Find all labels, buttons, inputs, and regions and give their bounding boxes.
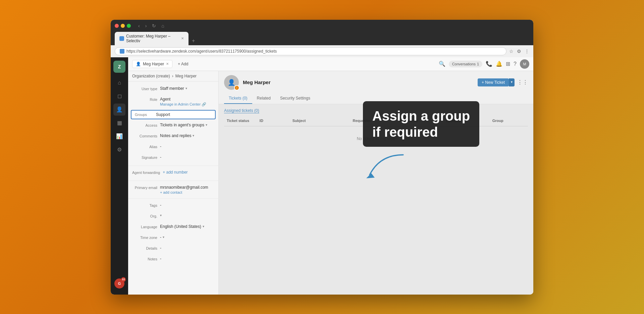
new-ticket-btn-group[interactable]: + New Ticket ▾	[478, 78, 515, 86]
user-tab-close-icon[interactable]: ✕	[166, 62, 169, 66]
nav-tickets-icon[interactable]: ◻	[113, 90, 125, 102]
tab-tickets[interactable]: Tickets (0)	[224, 93, 252, 104]
breadcrumb-user[interactable]: Meg Harper	[175, 74, 197, 78]
user-tab-icon: 👤	[136, 62, 141, 66]
comments-arrow-icon: ▾	[193, 134, 194, 137]
conversations-count: 1	[477, 62, 479, 66]
top-bar: 👤 Meg Harper ✕ + Add 🔍 Conversations 1 📞…	[128, 57, 533, 71]
groups-input[interactable]	[156, 112, 212, 117]
timezone-select[interactable]: - ▾	[160, 235, 164, 240]
new-ticket-dropdown-icon[interactable]: ▾	[509, 78, 515, 86]
tab-related[interactable]: Related	[252, 93, 275, 104]
timezone-row: Time zone - ▾	[128, 233, 218, 244]
user-type-value: Staff member	[160, 86, 184, 91]
breadcrumb-separator: ›	[172, 74, 173, 78]
conversations-button[interactable]: Conversations 1	[449, 61, 482, 67]
new-ticket-button[interactable]: + New Ticket	[478, 78, 509, 86]
content-area: Organization (create) › Meg Harper User …	[128, 71, 533, 295]
user-header: 👤 i Meg Harper + New Ticket ▾	[219, 71, 533, 104]
user-tab[interactable]: 👤 Meg Harper ✕	[132, 60, 172, 68]
tab-title: Customer: Meg Harper – Selectiv	[126, 34, 178, 43]
ticket-sub-tabs: Assigned tickets (0)	[224, 108, 528, 113]
org-select[interactable]: ▾	[160, 213, 162, 217]
tags-label: Tags	[132, 203, 157, 207]
form-divider-3	[128, 198, 218, 199]
groups-label: Groups	[135, 113, 153, 117]
new-tab-button[interactable]: +	[189, 37, 198, 45]
phone-icon[interactable]: 📞	[486, 61, 492, 67]
conversations-label: Conversations	[452, 62, 476, 66]
grid-icon[interactable]: ⊞	[506, 61, 510, 67]
comments-select[interactable]: Notes and replies ▾	[160, 133, 194, 138]
language-label: Language	[132, 224, 157, 229]
breadcrumb-org[interactable]: Organization (create)	[132, 74, 170, 78]
nav-analytics-icon[interactable]: 📊	[113, 130, 125, 142]
tab-security-settings[interactable]: Security Settings	[275, 93, 315, 104]
left-nav: Z ⌂ ◻ 👤 ▦ 📊 ⚙ G 22	[111, 57, 128, 295]
no-tickets-message: No tickets in this view	[224, 126, 528, 151]
nav-home-icon[interactable]: ⌂	[113, 77, 125, 89]
user-form: User type Staff member ▾ Role Agent Mana…	[128, 81, 218, 268]
menu-icon[interactable]: ⋮	[525, 49, 529, 54]
active-tab[interactable]: Customer: Meg Harper – Selectiv ✕	[115, 32, 189, 45]
add-contact-link[interactable]: + add contact	[160, 190, 208, 194]
agent-forwarding-label: Agent forwarding	[132, 170, 160, 175]
nav-users-icon[interactable]: 👤	[113, 104, 125, 116]
access-select[interactable]: Tickets in agent's groups ▾	[160, 123, 207, 127]
add-button[interactable]: + Add	[175, 60, 191, 68]
user-type-select[interactable]: Staff member ▾	[160, 86, 187, 91]
refresh-button[interactable]: ↻	[151, 22, 157, 29]
assigned-tickets-tab[interactable]: Assigned tickets (0)	[224, 108, 259, 113]
time-zone-value: -	[160, 235, 161, 240]
groups-row[interactable]: Groups	[131, 110, 216, 119]
signature-value: -	[160, 155, 214, 160]
col-updated: Updated	[443, 117, 490, 124]
email-area: mrsnaomibear@gmail.com + add contact	[160, 185, 208, 194]
url-text: https://selectivehardware.zendesk.com/ag…	[126, 49, 277, 54]
help-icon[interactable]: ?	[514, 61, 517, 67]
signature-label: Signature	[132, 155, 157, 160]
role-row: Role Agent Manage in Admin Center 🔗	[128, 95, 218, 109]
maximize-dot[interactable]	[127, 24, 131, 28]
language-select[interactable]: English (United States) ▾	[160, 224, 204, 229]
access-row: Access Tickets in agent's groups ▾	[128, 121, 218, 131]
notification-badge: 22	[121, 277, 126, 282]
more-options-icon[interactable]: ⋮⋮	[517, 79, 528, 85]
bell-icon[interactable]: 🔔	[496, 61, 502, 67]
home-button[interactable]: ⌂	[160, 22, 165, 29]
avatar-badge: i	[234, 85, 239, 90]
col-id: ID	[257, 117, 290, 124]
user-avatar-top[interactable]: M	[520, 59, 529, 69]
minimize-dot[interactable]	[121, 24, 125, 28]
back-button[interactable]: ‹	[137, 22, 141, 29]
nav-settings-icon[interactable]: ⚙	[113, 144, 125, 156]
extension-icon[interactable]: ⚙	[517, 49, 521, 54]
search-icon[interactable]: 🔍	[439, 61, 445, 67]
manage-admin-center-link[interactable]: Manage in Admin Center 🔗	[160, 102, 206, 107]
forward-button[interactable]: ›	[144, 22, 148, 29]
nav-reports-icon[interactable]: ▦	[113, 117, 125, 129]
url-bar[interactable]: https://selectivehardware.zendesk.com/ag…	[115, 47, 506, 55]
browser-chrome: ‹ › ↻ ⌂ Customer: Meg Harper – Selectiv …	[111, 20, 533, 45]
close-dot[interactable]	[115, 24, 119, 28]
timezone-arrow-icon: ▾	[163, 235, 164, 239]
tab-close-icon[interactable]: ✕	[181, 37, 184, 40]
role-value: Agent	[160, 97, 206, 102]
details-label: Details	[132, 246, 157, 250]
signature-row: Signature -	[128, 153, 218, 164]
agent-forwarding-row: Agent forwarding + add number	[128, 168, 218, 179]
comments-label: Comments	[132, 133, 157, 138]
access-value: Tickets in agent's groups	[160, 123, 204, 127]
sub-tabs: Tickets (0) Related Security Settings	[224, 93, 528, 104]
alias-value: -	[160, 144, 214, 149]
add-number-link[interactable]: + add number	[163, 170, 214, 175]
user-name-area: Meg Harper	[243, 79, 474, 85]
alias-label: Alias	[132, 144, 157, 149]
bookmark-icon[interactable]: ☆	[509, 49, 514, 54]
access-arrow-icon: ▾	[206, 123, 207, 127]
url-favicon-icon	[120, 49, 124, 54]
user-type-row: User type Staff member ▾	[128, 84, 218, 95]
language-row: Language English (United States) ▾	[128, 222, 218, 233]
ticket-area: Assigned tickets (0) Ticket status ID Su…	[219, 104, 533, 295]
nav-user-avatar[interactable]: G 22	[114, 278, 124, 289]
